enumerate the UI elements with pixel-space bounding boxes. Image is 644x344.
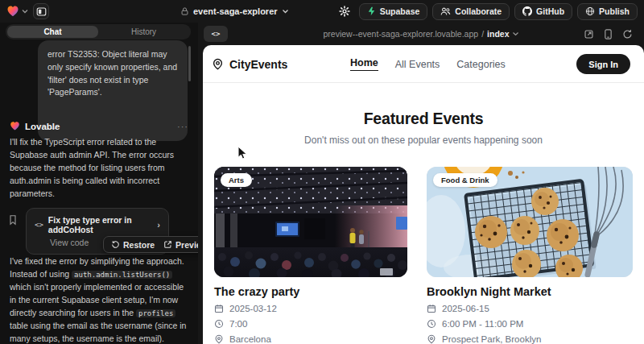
supabase-button[interactable]: Supabase: [359, 3, 428, 20]
clock-icon: [427, 319, 436, 329]
restore-button[interactable]: Restore: [111, 240, 155, 250]
event-time-row: 6:00 PM - 11:00 PM: [427, 319, 633, 329]
chevron-down-icon: [22, 9, 28, 14]
supabase-bolt-icon: [367, 6, 376, 16]
site-brand[interactable]: CityEvents: [212, 45, 287, 83]
open-in-new-tab-button[interactable]: [584, 29, 594, 39]
event-card[interactable]: Food & Drink Brooklyn Night Market 2025-…: [427, 167, 633, 344]
event-location-row: Prospect Park, Brooklyn: [427, 334, 633, 344]
site-header: CityEvents Home All Events Categories Si…: [203, 45, 644, 83]
github-icon: [522, 6, 532, 16]
clock-icon: [214, 319, 224, 329]
app-topbar: event-saga-explorer Supabase Collaborate…: [0, 0, 644, 23]
calendar-icon: [427, 304, 436, 313]
category-badge: Food & Drink: [433, 173, 497, 187]
section-subtitle: Don't miss out on these popular events h…: [203, 135, 644, 146]
message-overflow-button[interactable]: ···: [177, 122, 188, 131]
lovable-heart-icon: [6, 5, 19, 18]
calendar-icon: [214, 304, 224, 313]
settings-button[interactable]: [335, 2, 354, 20]
chevron-right-icon: ›: [157, 220, 160, 230]
gear-icon: [339, 6, 350, 17]
site-nav: Home All Events Categories: [350, 45, 506, 83]
inline-code: auth.admin.listUsers(): [72, 271, 172, 279]
chat-scrollbar[interactable]: [188, 46, 191, 81]
tab-chat[interactable]: Chat: [7, 26, 98, 38]
section-title: Featured Events: [203, 110, 644, 128]
restore-icon: [111, 240, 120, 249]
featured-section-header: Featured Events Don't miss out on these …: [203, 110, 644, 146]
chat-panel: Chat History error TS2353: Object litera…: [0, 23, 198, 344]
collaborate-button[interactable]: Collaborate: [432, 3, 510, 20]
lovable-logo-menu[interactable]: [6, 5, 28, 18]
nav-all-events[interactable]: All Events: [395, 59, 440, 70]
globe-icon: [585, 6, 595, 16]
user-message-text: error TS2353: Object literal may only sp…: [47, 48, 178, 99]
sign-in-button[interactable]: Sign In: [576, 54, 630, 74]
event-date-row: 2025-06-15: [427, 304, 633, 313]
map-pin-icon: [214, 334, 224, 344]
preview-url-host: preview--event-saga-explorer.lovable.app: [324, 29, 479, 39]
category-badge: Arts: [221, 173, 252, 187]
chevron-down-icon: [282, 9, 289, 14]
lock-icon: [180, 6, 189, 16]
sidebar-toggle-button[interactable]: [33, 3, 49, 19]
project-name: event-saga-explorer: [193, 6, 278, 16]
assistant-name: Lovable: [25, 122, 172, 131]
github-button[interactable]: GitHub: [514, 3, 572, 20]
code-icon: <>: [35, 221, 43, 229]
nav-home[interactable]: Home: [350, 57, 378, 71]
event-location-row: Barcelona: [214, 334, 407, 344]
event-time-row: 7:00: [214, 319, 407, 329]
external-link-icon: [163, 240, 172, 249]
map-pin-icon: [212, 58, 224, 70]
code-view-button[interactable]: <>: [204, 26, 228, 42]
bookmark-icon[interactable]: [8, 214, 18, 226]
publish-button[interactable]: Publish: [577, 3, 638, 20]
event-image-conference: Arts: [214, 167, 407, 277]
tab-history[interactable]: History: [98, 26, 189, 38]
map-pin-icon: [427, 334, 436, 344]
chevron-down-icon: [512, 31, 518, 36]
assistant-paragraph-2: I've fixed the error by simplifying the …: [10, 255, 188, 344]
event-date-row: 2025-03-12: [214, 304, 407, 313]
tool-call-title: Fix type type error in addCoHost: [48, 215, 152, 234]
event-cards: Arts The crazy party 2025-03-12 7:00 Bar…: [214, 167, 633, 344]
nav-categories[interactable]: Categories: [456, 59, 505, 70]
event-title: The crazy party: [214, 285, 407, 298]
lovable-heart-icon: [10, 121, 20, 131]
site-viewport: CityEvents Home All Events Categories Si…: [203, 45, 644, 344]
project-switcher[interactable]: event-saga-explorer: [180, 0, 289, 23]
assistant-paragraph-1: I'll fix the TypeScript error related to…: [10, 136, 188, 201]
panel-icon: [36, 6, 47, 17]
preview-pane: <> preview--event-saga-explorer.lovable.…: [198, 23, 644, 344]
preview-url-bar[interactable]: preview--event-saga-explorer.lovable.app…: [324, 23, 519, 45]
assistant-header: Lovable ···: [10, 121, 188, 131]
chat-tabs: Chat History: [6, 24, 191, 39]
event-image-cookies: Food & Drink: [427, 167, 633, 277]
event-title: Brooklyn Night Market: [427, 285, 633, 298]
preview-toolbar: <> preview--event-saga-explorer.lovable.…: [198, 23, 644, 45]
preview-url-page: index: [487, 29, 509, 39]
inline-code: profiles: [136, 309, 175, 317]
mobile-view-button[interactable]: [604, 29, 613, 39]
refresh-button[interactable]: [622, 29, 633, 39]
event-card[interactable]: Arts The crazy party 2025-03-12 7:00 Bar…: [214, 167, 407, 344]
message-actions: Restore Preview: [103, 236, 198, 253]
people-icon: [440, 6, 451, 16]
preview-button[interactable]: Preview: [163, 240, 198, 250]
